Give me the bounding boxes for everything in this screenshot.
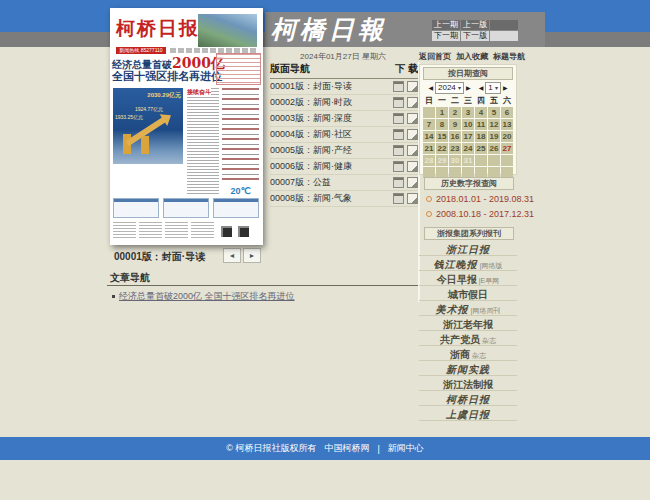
economy-infographic: 2030.29亿元 1933.25亿元 1924.77亿元 bbox=[113, 88, 183, 164]
series-publication-item[interactable]: 浙商杂志 bbox=[419, 346, 517, 361]
calendar-day-cell[interactable]: 8 bbox=[436, 119, 448, 130]
calendar-day-cell[interactable]: 16 bbox=[449, 131, 461, 142]
calendar-day-cell[interactable]: 25 bbox=[475, 143, 487, 154]
calendar-day-cell[interactable]: 13 bbox=[501, 119, 513, 130]
calendar-day-cell[interactable]: 10 bbox=[462, 119, 474, 130]
series-publication-item[interactable]: 浙江老年报 bbox=[419, 316, 517, 331]
pdf-icon[interactable] bbox=[393, 177, 404, 188]
calendar-day-cell[interactable]: 17 bbox=[462, 131, 474, 142]
history-range-link[interactable]: 2018.01.01 - 2019.08.31 bbox=[426, 191, 534, 206]
pdf-icon[interactable] bbox=[393, 145, 404, 156]
infographic-bar bbox=[141, 136, 149, 154]
series-publication-item[interactable]: 浙江法制报 bbox=[419, 376, 517, 391]
calendar-day-cell[interactable]: 23 bbox=[449, 143, 461, 154]
page-nav-item[interactable]: 00002版：新闻·时政 bbox=[270, 95, 418, 111]
download-icon[interactable] bbox=[407, 97, 418, 108]
calendar-day-cell[interactable]: 20 bbox=[501, 131, 513, 142]
page-nav-item-label: 00008版：新闻·气象 bbox=[270, 192, 390, 205]
month-select[interactable]: 1 ▾ bbox=[485, 82, 501, 94]
series-publication-item[interactable]: 今日早报|E早网 bbox=[419, 271, 517, 286]
series-publication-item[interactable]: 钱江晚报|网络版 bbox=[419, 256, 517, 271]
calendar-day-cell[interactable]: 5 bbox=[488, 107, 500, 118]
year-value: 2024 bbox=[438, 83, 456, 92]
calendar-day-cell[interactable]: 15 bbox=[436, 131, 448, 142]
series-publication-item[interactable]: 美术报|网络周刊 bbox=[419, 301, 517, 316]
page-nav-item-label: 00002版：新闻·时政 bbox=[270, 96, 390, 109]
next-page-arrow-button[interactable]: ► bbox=[243, 248, 261, 263]
pdf-icon[interactable] bbox=[393, 193, 404, 204]
calendar-day-cell[interactable]: 1 bbox=[436, 107, 448, 118]
page-nav-item[interactable]: 00006版：新闻·健康 bbox=[270, 159, 418, 175]
calendar-day-cell[interactable]: 4 bbox=[475, 107, 487, 118]
prev-month-arrow-icon[interactable]: ◀ bbox=[479, 84, 484, 93]
prev-issue-button[interactable]: 上一期 bbox=[432, 20, 460, 30]
calendar-day-cell[interactable]: 11 bbox=[475, 119, 487, 130]
history-range-link[interactable]: 2008.10.18 - 2017.12.31 bbox=[426, 206, 534, 221]
prev-page-arrow-button[interactable]: ◄ bbox=[223, 248, 241, 263]
next-issue-button[interactable]: 下一期 bbox=[432, 31, 460, 41]
front-page-info-boxes bbox=[113, 198, 259, 218]
calendar-weekday-row: 日一二三四五六 bbox=[420, 96, 516, 106]
calendar-day-cell[interactable]: 2 bbox=[449, 107, 461, 118]
calendar-day-cell[interactable]: 22 bbox=[436, 143, 448, 154]
pdf-icon[interactable] bbox=[393, 113, 404, 124]
calendar-day-cell: 29 bbox=[436, 155, 448, 166]
headline-nav-link[interactable]: 标题导航 bbox=[493, 51, 525, 62]
front-page-thumbnail[interactable]: 柯桥日报 新闻热线 85277110 经济总量首破2000亿 全国十强区排名再进… bbox=[110, 8, 263, 245]
series-publication-item[interactable]: 新闻实践 bbox=[419, 361, 517, 376]
series-publication-item[interactable]: 浙江日报 bbox=[419, 241, 517, 256]
favorite-link[interactable]: 加入收藏 bbox=[456, 51, 488, 62]
calendar-day-cell[interactable]: 24 bbox=[462, 143, 474, 154]
calendar-day-cell[interactable]: 3 bbox=[462, 107, 474, 118]
pdf-icon[interactable] bbox=[393, 129, 404, 140]
page-nav-item-label: 00007版：公益 bbox=[270, 176, 390, 189]
page-nav-item-label: 00003版：新闻·深度 bbox=[270, 112, 390, 125]
series-publication-item[interactable]: 城市假日 bbox=[419, 286, 517, 301]
front-page-photo bbox=[198, 14, 257, 47]
calendar-day-cell[interactable]: 26 bbox=[488, 143, 500, 154]
article-link[interactable]: 经济总量首破2000亿 全国十强区排名再进位 bbox=[112, 290, 295, 303]
calendar-day-cell[interactable]: 18 bbox=[475, 131, 487, 142]
page-nav-item[interactable]: 00008版：新闻·气象 bbox=[270, 191, 418, 207]
calendar-day-cell[interactable]: 12 bbox=[488, 119, 500, 130]
calendar-widget: 按日期查阅 ◀ 2024 ▾ ▶ ◀ 1 ▾ ▶ 日一二三四五六 1234567… bbox=[419, 64, 517, 175]
page-nav-item-label: 00005版：新闻·产经 bbox=[270, 144, 390, 157]
download-icon[interactable] bbox=[407, 145, 418, 156]
series-publication-item[interactable]: 共产党员杂志 bbox=[419, 331, 517, 346]
series-publication-item[interactable]: 柯桥日报 bbox=[419, 391, 517, 406]
next-month-arrow-icon[interactable]: ▶ bbox=[503, 84, 508, 93]
page-nav-item[interactable]: 00005版：新闻·产经 bbox=[270, 143, 418, 159]
prev-page-button[interactable]: 上一版 bbox=[461, 20, 489, 30]
calendar-day-cell[interactable]: 21 bbox=[423, 143, 435, 154]
next-page-button[interactable]: 下一版 bbox=[461, 31, 489, 41]
year-select[interactable]: 2024 ▾ bbox=[435, 82, 464, 94]
pdf-icon[interactable] bbox=[393, 81, 404, 92]
download-icon[interactable] bbox=[407, 129, 418, 140]
download-icon[interactable] bbox=[407, 161, 418, 172]
page-nav-item[interactable]: 00004版：新闻·社区 bbox=[270, 127, 418, 143]
copyright-text: © 柯桥日报社版权所有 bbox=[226, 442, 316, 455]
calendar-day-cell[interactable]: 9 bbox=[449, 119, 461, 130]
pdf-icon[interactable] bbox=[393, 97, 404, 108]
calendar-day-cell[interactable]: 6 bbox=[501, 107, 513, 118]
page-nav-item[interactable]: 00003版：新闻·深度 bbox=[270, 111, 418, 127]
home-link[interactable]: 返回首页 bbox=[419, 51, 451, 62]
weekday-label: 六 bbox=[501, 96, 513, 106]
series-publication-item[interactable]: 上虞日报 bbox=[419, 406, 517, 421]
series-publication-name: 浙江老年报 bbox=[443, 319, 493, 330]
next-year-arrow-icon[interactable]: ▶ bbox=[466, 84, 471, 93]
page-nav-item[interactable]: 00001版：封面·导读 bbox=[270, 79, 418, 95]
news-center-link[interactable]: 新闻中心 bbox=[388, 442, 424, 455]
download-icon[interactable] bbox=[407, 177, 418, 188]
pdf-icon[interactable] bbox=[393, 161, 404, 172]
download-icon[interactable] bbox=[407, 81, 418, 92]
series-publication-suffix: 杂志 bbox=[482, 337, 496, 344]
site-link[interactable]: 中国柯桥网 bbox=[324, 442, 369, 455]
download-icon[interactable] bbox=[407, 113, 418, 124]
calendar-day-cell[interactable]: 7 bbox=[423, 119, 435, 130]
calendar-day-cell[interactable]: 14 bbox=[423, 131, 435, 142]
page-nav-item[interactable]: 00007版：公益 bbox=[270, 175, 418, 191]
download-icon[interactable] bbox=[407, 193, 418, 204]
calendar-day-cell[interactable]: 19 bbox=[488, 131, 500, 142]
prev-year-arrow-icon[interactable]: ◀ bbox=[428, 84, 433, 93]
